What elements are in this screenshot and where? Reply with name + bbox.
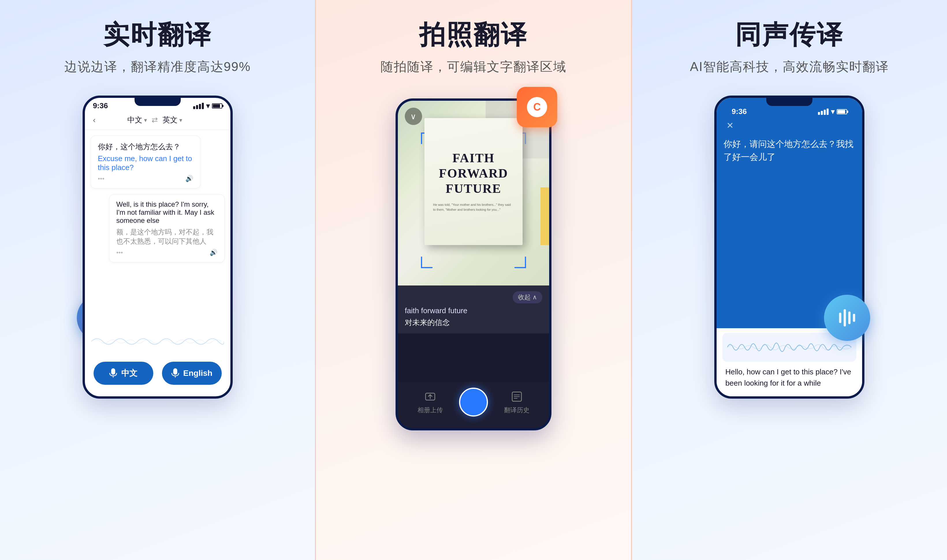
camera-phone-wrap: C ∨ FAITHFORWARDFUTURE He was told, "You… xyxy=(396,98,551,431)
chat-bubble-2: Well, is it this place? I'm sorry, I'm n… xyxy=(109,194,225,262)
svg-rect-2 xyxy=(173,368,177,375)
chat-area: 你好，这个地方怎么去？ Excuse me, how can I get to … xyxy=(85,130,230,268)
panel-simultaneous: 同声传译 AI智能高科技，高效流畅实时翻译 9:36 xyxy=(632,0,947,560)
book-small-text: He was told, "Your mother and his brothe… xyxy=(430,202,517,212)
sig-3 xyxy=(199,104,201,109)
phone-wrap-left: 9:36 ▾ ‹ xyxy=(83,95,233,398)
sig-r2 xyxy=(821,111,823,115)
battery-fill-right xyxy=(838,110,845,114)
source-lang-chevron: ▾ xyxy=(144,117,147,123)
camera-result-area: 收起 ∧ faith forward future 对未来的信念 xyxy=(398,286,549,334)
ocr-original-text: faith forward future xyxy=(405,306,542,315)
close-button[interactable]: ✕ xyxy=(724,119,736,132)
nav-upload-label: 相册上传 xyxy=(417,406,443,414)
nav-history[interactable]: 翻译历史 xyxy=(504,390,530,414)
chevron-down-icon[interactable]: ∨ xyxy=(405,108,422,125)
bubble-footer-2: ••• 🔊 xyxy=(116,249,217,256)
mic-icon-english xyxy=(171,368,179,378)
panel-subtitle-realtime: 边说边译，翻译精准度高达99% xyxy=(65,58,251,75)
yellow-strip xyxy=(540,187,549,245)
wave-r4 xyxy=(853,314,855,322)
waveform-svg-right xyxy=(727,336,852,359)
more-icon-1: ••• xyxy=(98,175,105,182)
bracket-br xyxy=(514,257,526,268)
battery-icon-right xyxy=(837,109,847,114)
history-icon xyxy=(510,390,524,403)
chat1-english: Excuse me, how can I get to this place? xyxy=(98,154,193,172)
sig-r1 xyxy=(818,112,820,115)
camera-lens-icon: C xyxy=(527,97,547,117)
orb-waves-right xyxy=(839,309,855,326)
btn-chinese-label: 中文 xyxy=(121,368,137,379)
panel-realtime: 实时翻译 边说边译，翻译精准度高达99% 9:36 xyxy=(0,0,315,560)
more-icon-2: ••• xyxy=(116,249,123,256)
chat1-chinese: 你好，这个地方怎么去？ xyxy=(98,142,193,152)
book-image: FAITHFORWARDFUTURE He was told, "Your mo… xyxy=(424,118,523,245)
waveform-bg-left xyxy=(85,333,230,350)
svg-rect-0 xyxy=(111,368,115,375)
nav-history-label: 翻译历史 xyxy=(504,406,530,414)
time-right: 9:36 xyxy=(731,107,747,116)
battery-icon-left xyxy=(212,103,222,109)
wave-r2 xyxy=(844,309,846,326)
phone-right-content: 9:36 ▾ xyxy=(717,98,862,396)
time-left: 9:36 xyxy=(93,101,108,110)
camera-viewfinder: ∨ FAITHFORWARDFUTURE He was told, "Your … xyxy=(398,101,549,286)
ocr-translation-text: 对未来的信念 xyxy=(405,317,542,328)
phone-simultaneous: 9:36 ▾ xyxy=(714,95,864,398)
translation-output: Hello, how can I get to this place? I've… xyxy=(722,366,856,392)
wave-r3 xyxy=(848,311,851,324)
panel-title-photo: 拍照翻译 xyxy=(419,17,528,52)
back-icon[interactable]: ‹ xyxy=(93,115,95,125)
status-icons-left: ▾ xyxy=(193,102,222,110)
capture-button[interactable] xyxy=(459,388,488,417)
phone-notch-left xyxy=(134,98,181,106)
signal-icon-left xyxy=(193,103,204,109)
chat2-english: Well, is it this place? I'm sorry, I'm n… xyxy=(116,200,217,225)
wifi-icon-left: ▾ xyxy=(206,102,209,110)
source-lang[interactable]: 中文 ▾ xyxy=(127,115,147,125)
btn-english-label: English xyxy=(183,369,212,378)
panel-title-realtime: 实时翻译 xyxy=(103,17,212,52)
sig-1 xyxy=(193,106,195,109)
camera-bottom-nav: 相册上传 翻译历史 xyxy=(398,382,549,428)
listening-text: 你好，请问这个地方怎么去？我找了好一会儿了 xyxy=(724,137,855,163)
waveform-svg-left xyxy=(91,333,224,350)
status-icons-right: ▾ xyxy=(818,108,847,116)
sig-2 xyxy=(196,105,198,109)
speaker-icon-1[interactable]: 🔊 xyxy=(185,175,193,182)
chat2-chinese: 额，是这个地方吗，对不起，我也不太熟悉，可以问下其他人 xyxy=(116,228,217,246)
camera-app-icon: C xyxy=(517,87,557,127)
phone-realtime: 9:36 ▾ ‹ xyxy=(83,95,233,398)
btn-english[interactable]: English xyxy=(162,362,222,385)
upload-icon xyxy=(423,390,437,403)
lang-selector: 中文 ▾ ⇄ 英文 ▾ xyxy=(127,115,182,125)
wifi-icon-right: ▾ xyxy=(831,108,835,116)
collapse-pill: 收起 ∧ xyxy=(513,291,542,303)
btn-chinese[interactable]: 中文 xyxy=(94,362,153,385)
voice-orb-right[interactable] xyxy=(824,295,870,341)
sig-4 xyxy=(202,103,204,109)
sig-r4 xyxy=(827,109,828,115)
battery-fill-left xyxy=(213,104,220,108)
speaker-icon-2[interactable]: 🔊 xyxy=(209,249,217,256)
bracket-bl xyxy=(421,257,433,268)
mic-icon-chinese xyxy=(109,368,117,378)
bottom-buttons-left: 中文 English xyxy=(85,362,230,385)
book-title: FAITHFORWARDFUTURE xyxy=(439,151,508,196)
swap-lang-icon[interactable]: ⇄ xyxy=(152,115,158,125)
nav-upload[interactable]: 相册上传 xyxy=(417,390,443,414)
panel-title-sim: 同声传译 xyxy=(735,17,844,52)
upload-svg xyxy=(424,391,436,402)
panel-subtitle-photo: 随拍随译，可编辑文字翻译区域 xyxy=(380,58,567,75)
collapse-chevron-icon: ∧ xyxy=(533,294,537,301)
bubble-footer-1: ••• 🔊 xyxy=(98,175,193,182)
source-lang-label: 中文 xyxy=(127,115,142,125)
signal-icon-right xyxy=(818,109,828,115)
phone-notch-right xyxy=(766,98,813,106)
target-lang[interactable]: 英文 ▾ xyxy=(163,115,182,125)
wave-r1 xyxy=(839,312,841,323)
chat-bubble-1: 你好，这个地方怎么去？ Excuse me, how can I get to … xyxy=(91,136,200,189)
panel-photo: 拍照翻译 随拍随译，可编辑文字翻译区域 C ∨ FAITHFORWARDFUTU… xyxy=(315,0,632,560)
collapse-btn[interactable]: 收起 ∧ xyxy=(405,291,542,303)
